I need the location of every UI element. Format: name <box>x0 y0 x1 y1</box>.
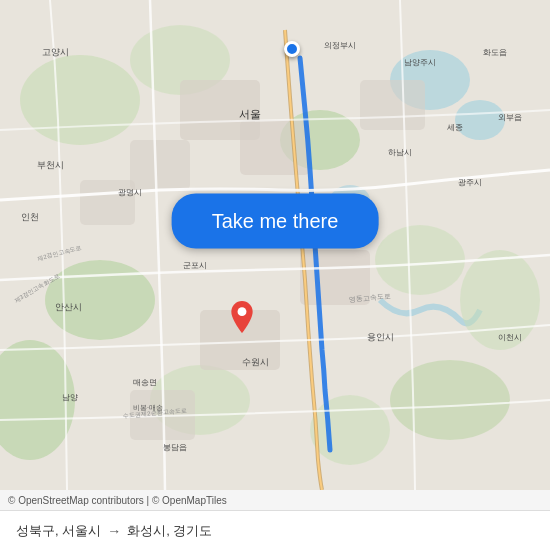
svg-point-4 <box>20 55 140 145</box>
svg-point-7 <box>375 225 465 295</box>
svg-text:광명시: 광명시 <box>118 188 142 197</box>
svg-text:이천시: 이천시 <box>498 333 522 342</box>
svg-text:서울: 서울 <box>239 108 261 120</box>
svg-rect-16 <box>240 120 310 175</box>
svg-rect-17 <box>360 80 425 130</box>
direction-arrow-icon: → <box>107 523 121 539</box>
svg-point-49 <box>238 307 247 316</box>
svg-point-10 <box>390 360 510 440</box>
map-attribution: © OpenStreetMap contributors | © OpenMap… <box>0 490 550 510</box>
bottom-bar: 성북구, 서울시 → 화성시, 경기도 <box>0 510 550 550</box>
svg-text:외부읍: 외부읍 <box>498 113 522 122</box>
svg-text:화도읍: 화도읍 <box>483 48 507 57</box>
svg-text:수원시: 수원시 <box>242 357 269 367</box>
svg-text:인천: 인천 <box>21 212 39 222</box>
svg-rect-15 <box>130 140 190 190</box>
svg-text:남양: 남양 <box>62 393 78 402</box>
svg-text:비봉·매송: 비봉·매송 <box>133 404 163 412</box>
origin-label: 성북구, 서울시 <box>16 522 101 540</box>
svg-rect-18 <box>80 180 135 225</box>
destination-label: 화성시, 경기도 <box>127 522 212 540</box>
map-container: 서울 고양시 의정부시 남양주시 화도읍 부천시 인천 광명시 하남시 광주시 … <box>0 0 550 490</box>
svg-text:의정부시: 의정부시 <box>324 41 356 50</box>
svg-text:봉담읍: 봉담읍 <box>163 443 187 452</box>
svg-text:용인시: 용인시 <box>367 332 394 342</box>
svg-text:세종: 세종 <box>447 123 463 132</box>
svg-text:하남시: 하남시 <box>388 148 412 157</box>
svg-text:매송면: 매송면 <box>133 378 157 387</box>
svg-text:남양주시: 남양주시 <box>404 58 436 67</box>
origin-marker <box>284 41 300 57</box>
take-me-there-button[interactable]: Take me there <box>172 193 379 248</box>
svg-text:부천시: 부천시 <box>37 160 64 170</box>
destination-marker <box>230 301 254 333</box>
svg-point-13 <box>310 395 390 465</box>
svg-text:군포시: 군포시 <box>183 261 207 270</box>
svg-point-8 <box>45 260 155 340</box>
svg-text:안산시: 안산시 <box>55 302 82 312</box>
svg-text:고양시: 고양시 <box>42 47 69 57</box>
svg-text:광주시: 광주시 <box>458 178 482 187</box>
